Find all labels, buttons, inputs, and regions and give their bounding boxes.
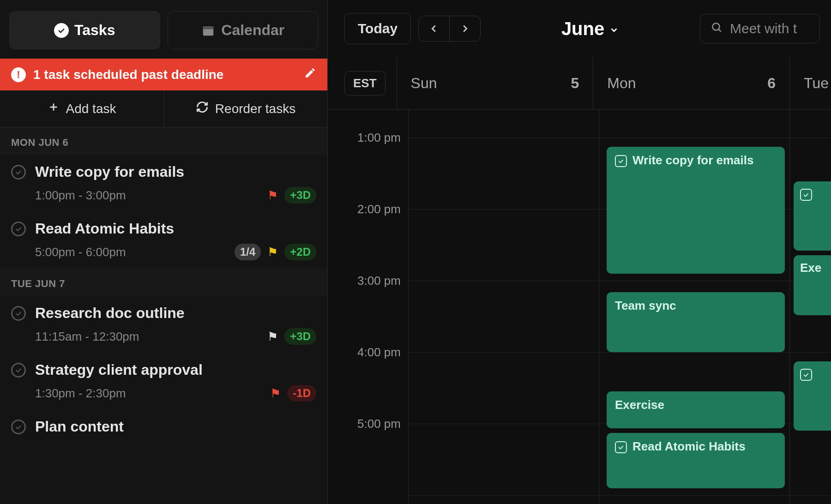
task-item[interactable]: Write copy for emails1:00pm - 3:00pm⚑+3D xyxy=(0,155,327,212)
days-badge: +3D xyxy=(284,328,316,345)
day-header-sun: Sun 5 xyxy=(397,57,593,109)
alert-icon: ! xyxy=(11,67,26,82)
svg-point-4 xyxy=(712,23,719,30)
task-actions: Add task Reorder tasks xyxy=(0,90,327,127)
calendar-pane: Today June Meet with t EST Sun 5 xyxy=(328,0,831,504)
calendar-event[interactable]: Exercise xyxy=(607,391,785,428)
task-item[interactable]: Research doc outline11:15am - 12:30pm⚑+3… xyxy=(0,296,327,353)
calendar-event[interactable] xyxy=(794,361,831,431)
calendar-event[interactable]: Exe xyxy=(794,255,831,315)
calendar-event[interactable]: Write copy for emails xyxy=(607,147,785,274)
task-title: Plan content xyxy=(35,418,124,435)
calendar-event[interactable] xyxy=(794,181,831,251)
task-meta: ⚑+3D xyxy=(267,187,316,204)
time-label: 4:00 pm xyxy=(357,345,401,360)
event-checkbox[interactable] xyxy=(615,155,627,167)
day-name: Sun xyxy=(411,75,437,92)
task-checkbox[interactable] xyxy=(11,420,26,434)
day-header-mon: Mon 6 xyxy=(593,57,789,109)
event-checkbox[interactable] xyxy=(800,369,812,381)
task-checkbox[interactable] xyxy=(11,363,26,378)
prev-button[interactable] xyxy=(419,16,450,41)
tab-tasks[interactable]: Tasks xyxy=(9,11,160,49)
timezone-badge[interactable]: EST xyxy=(344,71,385,96)
task-title: Strategy client approval xyxy=(35,361,203,378)
day-name: Tue xyxy=(804,75,829,92)
deadline-alert[interactable]: ! 1 task scheduled past deadline xyxy=(0,59,327,90)
event-title: Team sync xyxy=(615,299,676,346)
days-badge: +3D xyxy=(284,187,316,204)
event-title: Exercise xyxy=(615,398,664,422)
task-checkbox[interactable] xyxy=(11,165,26,180)
reorder-tasks-label: Reorder tasks xyxy=(215,102,295,116)
time-label: 3:00 pm xyxy=(357,274,401,288)
view-tabs: Tasks Calendar xyxy=(0,0,327,59)
task-time: 11:15am - 12:30pm xyxy=(35,330,139,344)
flag-icon: ⚑ xyxy=(270,386,281,401)
svg-rect-1 xyxy=(203,26,214,29)
add-task-label: Add task xyxy=(66,102,116,116)
task-title: Read Atomic Habits xyxy=(35,220,174,237)
day-column-mon[interactable]: Write copy for emailsTeam syncExerciseRe… xyxy=(599,110,789,504)
flag-icon: ⚑ xyxy=(267,245,278,259)
calendar-grid: 1:00 pm2:00 pm3:00 pm4:00 pm5:00 pm Writ… xyxy=(328,110,831,504)
calendar-event[interactable]: Team sync xyxy=(607,292,785,352)
day-num: 5 xyxy=(571,75,579,92)
task-time: 1:00pm - 3:00pm xyxy=(35,188,126,203)
search-text: Meet with t xyxy=(730,21,797,36)
search-input[interactable]: Meet with t xyxy=(700,14,820,43)
tab-calendar[interactable]: Calendar xyxy=(168,11,319,49)
calendar-topbar: Today June Meet with t xyxy=(328,0,831,57)
check-circle-icon xyxy=(54,23,69,38)
tab-tasks-label: Tasks xyxy=(74,22,115,39)
event-checkbox[interactable] xyxy=(800,189,812,201)
task-meta: ⚑+3D xyxy=(267,328,316,345)
tab-calendar-label: Calendar xyxy=(221,22,284,39)
day-header-tue: Tue xyxy=(789,57,831,109)
flag-icon: ⚑ xyxy=(267,188,278,203)
days-badge: +2D xyxy=(284,244,316,260)
time-label: 5:00 pm xyxy=(357,417,401,431)
task-checkbox[interactable] xyxy=(11,222,26,236)
task-checkbox[interactable] xyxy=(11,306,26,321)
day-header: TUE JUN 7 xyxy=(0,269,327,296)
month-selector[interactable]: June xyxy=(561,18,619,39)
event-title: Read Atomic Habits xyxy=(632,439,746,482)
event-title: Exe xyxy=(800,261,821,310)
search-icon xyxy=(711,21,723,36)
calendar-header-row: EST Sun 5 Mon 6 Tue xyxy=(328,57,831,110)
progress-badge: 1/4 xyxy=(235,244,261,260)
task-time: 1:30pm - 2:30pm xyxy=(35,386,126,401)
day-num: 6 xyxy=(767,75,776,92)
day-column-tue[interactable]: Exe xyxy=(789,110,831,504)
reorder-icon xyxy=(196,101,209,117)
nav-group xyxy=(418,16,481,42)
task-item[interactable]: Plan content xyxy=(0,410,327,444)
time-column: 1:00 pm2:00 pm3:00 pm4:00 pm5:00 pm xyxy=(344,110,408,504)
task-item[interactable]: Read Atomic Habits5:00pm - 6:00pm1/4⚑+2D xyxy=(0,212,327,269)
month-label-text: June xyxy=(561,18,604,39)
task-item[interactable]: Strategy client approval1:30pm - 2:30pm⚑… xyxy=(0,353,327,410)
today-button[interactable]: Today xyxy=(344,13,411,44)
add-task-button[interactable]: Add task xyxy=(0,90,164,127)
chevron-down-icon xyxy=(609,18,619,39)
task-title: Research doc outline xyxy=(35,305,185,322)
time-label: 1:00 pm xyxy=(357,131,401,145)
day-column-sun[interactable] xyxy=(408,110,599,504)
calendar-icon xyxy=(201,23,216,38)
next-button[interactable] xyxy=(450,16,480,41)
day-name: Mon xyxy=(607,75,636,92)
plus-icon xyxy=(48,101,60,116)
calendar-event[interactable]: Read Atomic Habits xyxy=(607,433,785,488)
svg-line-5 xyxy=(719,30,721,32)
task-meta: ⚑-1D xyxy=(270,385,316,402)
event-checkbox[interactable] xyxy=(615,441,627,453)
days-badge: -1D xyxy=(287,385,316,402)
reorder-tasks-button[interactable]: Reorder tasks xyxy=(164,90,327,127)
day-header: MON JUN 6 xyxy=(0,127,327,155)
task-time: 5:00pm - 6:00pm xyxy=(35,245,126,259)
sidebar: Tasks Calendar ! 1 task scheduled past d… xyxy=(0,0,328,504)
time-label: 2:00 pm xyxy=(357,202,401,216)
event-title: Write copy for emails xyxy=(632,153,754,267)
edit-icon[interactable] xyxy=(304,67,316,82)
